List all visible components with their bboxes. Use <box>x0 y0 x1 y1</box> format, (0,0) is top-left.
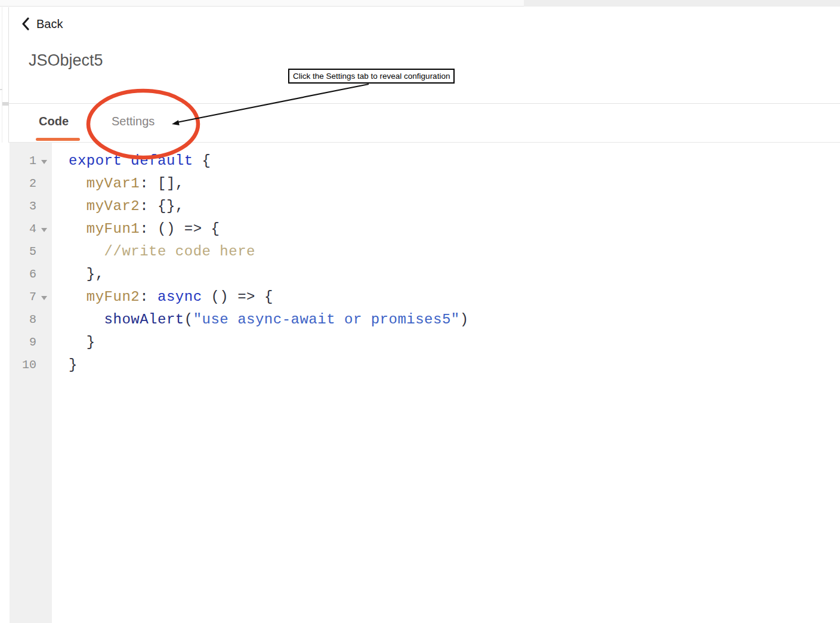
top-bar-right-segment <box>524 0 840 7</box>
line-number: 7 <box>10 286 36 309</box>
code-token: ) <box>460 312 469 328</box>
code-token: : () => { <box>140 221 220 237</box>
code-text: myFun2: async () => { <box>69 286 273 309</box>
code-token: async <box>158 289 202 305</box>
line-number: 4 <box>10 218 36 240</box>
code-text: } <box>69 331 95 354</box>
line-number: 6 <box>10 263 36 286</box>
line-number: 5 <box>10 240 36 263</box>
chevron-left-icon <box>21 17 30 30</box>
code-token: "use async-await or promises5" <box>193 312 460 328</box>
tab-code[interactable]: Code <box>39 115 69 128</box>
code-line[interactable]: 4 myFun1: () => { <box>0 218 840 240</box>
fold-arrow-icon[interactable] <box>41 296 47 300</box>
annotation-tooltip: Click the Settings tab to reveal configu… <box>288 69 455 84</box>
code-token <box>69 221 87 237</box>
fold-arrow-icon[interactable] <box>41 228 47 232</box>
code-line[interactable]: 2 myVar1: [], <box>0 172 840 195</box>
code-token <box>69 312 104 328</box>
fold-arrow-icon[interactable] <box>41 160 47 164</box>
back-button-label: Back <box>36 17 63 31</box>
code-token <box>69 198 87 214</box>
code-token: showAlert <box>104 312 184 328</box>
code-text: } <box>69 354 78 377</box>
code-text: showAlert("use async-await or promises5"… <box>69 309 469 331</box>
page-title: JSObject5 <box>29 51 103 70</box>
rail-divider-band <box>2 102 9 106</box>
code-token: { <box>193 153 211 169</box>
header-divider <box>9 103 840 104</box>
code-token: myVar1 <box>87 175 140 192</box>
code-token: } <box>69 357 78 373</box>
line-number: 2 <box>10 172 36 195</box>
line-number: 3 <box>10 195 36 218</box>
code-text: //write code here <box>69 240 255 263</box>
code-text: myVar2: {}, <box>69 195 184 218</box>
code-token: () => { <box>202 289 273 305</box>
code-token: myFun1 <box>87 221 140 237</box>
code-line[interactable]: 8 showAlert("use async-await or promises… <box>0 309 840 331</box>
line-number: 9 <box>10 331 36 354</box>
code-token: //write code here <box>69 243 255 260</box>
back-button[interactable]: Back <box>21 16 63 32</box>
code-token: myFun2 <box>87 289 140 305</box>
code-token: : [], <box>140 175 184 192</box>
code-token <box>69 289 87 305</box>
code-text: myVar1: [], <box>69 172 184 195</box>
code-text: myFun1: () => { <box>69 218 220 240</box>
annotation-arrowhead <box>172 120 180 125</box>
line-number: 1 <box>10 150 36 172</box>
line-number: 8 <box>10 309 36 331</box>
code-token: : <box>140 289 158 305</box>
code-token: export default <box>69 153 193 169</box>
tab-settings[interactable]: Settings <box>112 115 155 128</box>
code-token: ( <box>184 312 193 328</box>
code-token: }, <box>69 266 104 282</box>
code-line[interactable]: 3 myVar2: {}, <box>0 195 840 218</box>
code-line[interactable]: 10} <box>0 354 840 377</box>
code-text: export default { <box>69 150 211 172</box>
code-line[interactable]: 9 } <box>0 331 840 354</box>
top-bar <box>0 0 840 7</box>
code-lines-container: 1export default {2 myVar1: [],3 myVar2: … <box>0 150 840 377</box>
code-text: }, <box>69 263 104 286</box>
code-line[interactable]: 6 }, <box>0 263 840 286</box>
code-editor[interactable]: 1export default {2 myVar1: [],3 myVar2: … <box>0 143 840 623</box>
code-token: } <box>69 334 95 350</box>
code-token: myVar2 <box>87 198 140 214</box>
code-line[interactable]: 7 myFun2: async () => { <box>0 286 840 309</box>
rail-tick <box>0 89 2 90</box>
js-object-editor-page: Back JSObject5 Code Settings Click the S… <box>0 0 840 623</box>
active-tab-underline <box>36 138 80 141</box>
code-line[interactable]: 1export default { <box>0 150 840 172</box>
code-line[interactable]: 5 //write code here <box>0 240 840 263</box>
code-token <box>69 175 87 192</box>
line-number: 10 <box>10 354 36 377</box>
code-token: : {}, <box>140 198 184 214</box>
